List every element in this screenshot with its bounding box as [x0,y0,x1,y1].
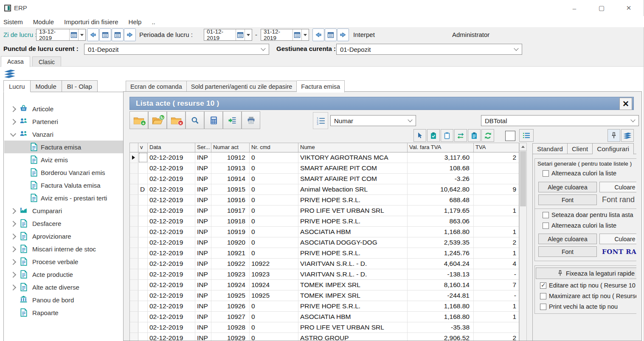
table-row[interactable]: 02-12-2019INP109160PRIVE HOPE S.R.L.688.… [130,195,519,206]
column-header-v[interactable]: v [138,143,148,152]
management-select[interactable]: 01-Depozit [336,44,522,55]
next-day-button[interactable] [124,28,136,41]
tree-item-aviz-emis-prestari-terti[interactable]: Aviz emis - prestari terti [4,192,123,204]
row-selector-cell[interactable] [130,312,138,322]
column-header-nume[interactable]: Nume [298,143,408,152]
pin-panel-button[interactable] [607,129,620,142]
tree-item-vanzari[interactable]: Vanzari [4,128,123,141]
row-selector-cell[interactable] [130,269,138,279]
calendar-icon[interactable] [236,29,245,40]
row-selector-cell[interactable] [130,216,138,226]
previous-day-button[interactable] [87,28,99,41]
work-day-date-field[interactable]: 13-12-2019 [36,29,86,41]
table-row[interactable]: 02-12-2019INP1092510925TOMEK IMPEX SRL-2… [130,290,519,301]
table-row[interactable]: 02-12-2019INP1092410924TOMEK IMPEX SRL8,… [130,280,519,290]
pin-quick-links-button[interactable]: Fixeaza la legaturi rapide [536,268,636,279]
row-selector-cell[interactable] [130,290,138,301]
row-selector-cell[interactable] [130,206,138,216]
row-selector-cell[interactable] [130,259,138,269]
table-row[interactable]: 02-12-2019INP109210PRIVE HOPE S.R.L.1,24… [130,248,519,259]
maximize-button[interactable]: ▢ [594,3,609,14]
maximize-new-act-checkbox[interactable]: Maximizare act tip nou ( Resurse [540,293,636,299]
config-tab-client[interactable]: Client [568,143,593,154]
scroll-up-button[interactable] [520,143,526,151]
table-row[interactable]: 02-12-2019INP109190ASOCIATIA HBM1,168.80… [130,227,519,237]
close-list-button[interactable]: ✕ [619,98,632,110]
refresh-button[interactable] [481,129,494,142]
tree-item-articole[interactable]: Articole [4,102,123,115]
tree-item-alte-acte-diverse[interactable]: Alte acte diverse [4,281,123,293]
calendar-icon[interactable] [292,29,301,40]
chevron-right-icon[interactable] [10,106,16,112]
table-row[interactable]: 02-12-2019INP109170PRO LIFE VET URBAN SR… [130,206,519,216]
column-header-num[interactable]: Numar act [211,143,250,152]
document-tab-factura-emisa[interactable]: Factura emisa [297,80,345,93]
table-vertical-scrollbar[interactable] [519,143,527,341]
tree-item-procese-verbale[interactable]: Procese verbale [4,255,123,268]
date-dropdown-arrow[interactable] [301,29,309,40]
table-row[interactable]: 02-12-2019INP1092310923VIARITVAN S.R.L. … [130,269,519,280]
chevron-right-icon[interactable] [10,259,16,265]
close-button[interactable]: ✕ [622,3,636,14]
work-point-select[interactable]: 01-Depozit [84,44,269,55]
print-old-acts-checkbox[interactable]: Print vechi la acte tip nou [540,303,618,310]
font-list-button[interactable]: Font [538,246,597,257]
row-selector-cell[interactable] [130,163,138,173]
tree-item-parteneri[interactable]: Parteneri [4,115,123,128]
pointer-mode-button[interactable] [413,129,426,142]
scrollbar-thumb[interactable] [520,151,526,206]
row-selector-cell[interactable] [130,322,138,333]
tab-acasa[interactable]: Acasa [1,56,30,67]
column-header-cmd[interactable]: Nr. cmd [250,143,298,152]
choose-color-button[interactable]: Alege culoarea [538,182,597,192]
previous-period-button[interactable] [312,28,324,41]
goto-detail-button[interactable] [223,111,242,129]
column-header-val[interactable]: Val. fara TVA [408,143,474,152]
table-row[interactable]: 02-12-2019INP1092210922VIARITVAN S.R.L. … [130,259,519,269]
row-selector-cell[interactable] [130,152,138,163]
color-preview-list-button[interactable]: Culoare [599,234,636,244]
calculator-button[interactable] [204,111,223,129]
sort-options-button[interactable]: 123 [313,112,328,129]
table-row[interactable]: 02-12-2019INP109130SMART AFAIRE PIT COM1… [130,163,519,174]
document-tab-ecran-de-comanda[interactable]: Ecran de comanda [126,81,187,92]
table-row[interactable]: 02-12-2019INP109280PRO LIFE VET URBAN SR… [130,322,519,333]
chevron-right-icon[interactable] [10,285,16,290]
table-row[interactable]: D02-12-2019INP109150Animal Webaction SRL… [130,184,519,195]
choose-color-list-button[interactable]: Alege culoarea [538,234,597,244]
tree-item-factura-emisa[interactable]: Factura emisa [4,141,123,153]
tree-item-acte-productie[interactable]: Acte productie [4,268,123,281]
tree-item-aviz-emis[interactable]: Aviz emis [4,153,123,166]
select-all-button[interactable] [427,129,440,142]
open-act-button[interactable]: ↻ [148,111,167,129]
tree-item-aprovizionare[interactable]: Aprovizionare [4,230,123,242]
period-to-field[interactable]: 31-12-2019 [261,29,309,41]
alternate-colors-list-checkbox[interactable]: Alterneaza culori la liste [543,222,616,229]
row-selector-cell[interactable] [130,184,138,194]
color-preview-button[interactable]: Culoare [599,182,636,192]
tree-item-borderou-vanzari-emis[interactable]: Borderou Vanzari emis [4,166,123,179]
font-button[interactable]: Font [538,194,597,205]
row-selector-cell[interactable] [130,237,138,248]
tree-item-desfacere[interactable]: Desfacere [4,217,123,230]
print-button[interactable] [242,111,260,129]
tree-item-factura-valuta-emisa[interactable]: Factura Valuta emisa [4,179,123,192]
column-header-tva[interactable]: TVA [474,143,518,152]
tree-item-rapoarte[interactable]: Rapoarte [4,306,123,319]
menu-item-importuri-din-fisiere[interactable]: Importuri din fisiere [64,18,118,25]
view-list-button[interactable] [519,129,534,142]
work-day-calendar-button-2[interactable] [112,28,124,41]
table-row[interactable]: 02-12-2019INP109270ASOCIATIA HBM1,168.80… [130,312,519,322]
database-select[interactable]: DBTotal [481,115,639,126]
column-header-ser[interactable]: Ser... [195,143,211,152]
tree-item-panou-de-bord[interactable]: Panou de bord [4,293,123,306]
menu-item-module[interactable]: Module [33,18,54,25]
column-header-data[interactable]: Data [148,143,195,152]
row-selector-cell[interactable] [130,227,138,237]
date-dropdown-arrow[interactable] [78,29,85,40]
minimize-button[interactable]: – [567,3,582,14]
calendar-icon[interactable] [69,29,78,40]
chevron-down-icon[interactable] [10,131,16,137]
row-selector-cell[interactable] [130,301,138,311]
new-act-button[interactable]: + [129,111,148,129]
